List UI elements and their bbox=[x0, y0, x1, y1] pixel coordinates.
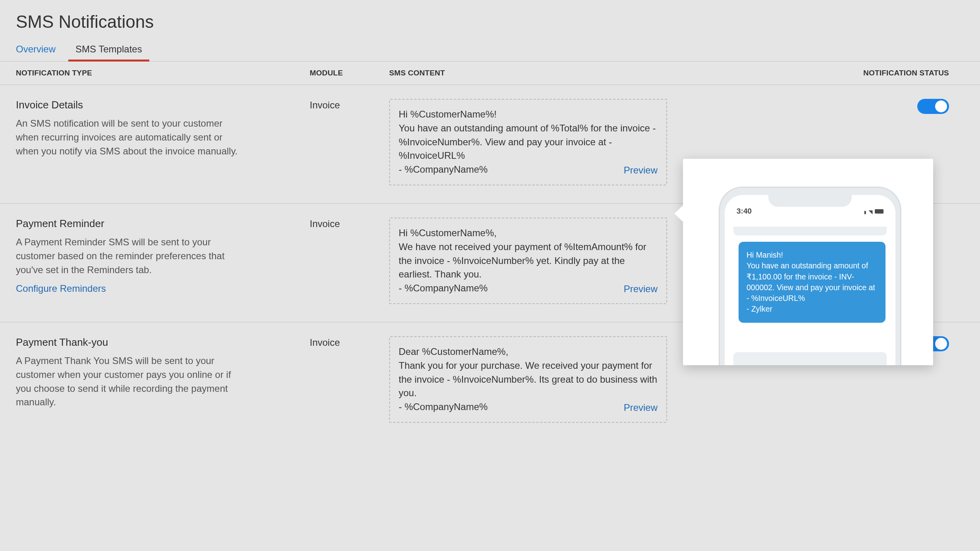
sms-greeting: Hi %CustomerName%, bbox=[399, 226, 658, 240]
row-description: A Payment Thank You SMS will be sent to … bbox=[16, 354, 246, 409]
notification-toggle[interactable] bbox=[917, 99, 949, 114]
sms-signature: - %CompanyName% bbox=[399, 281, 658, 295]
preview-link[interactable]: Preview bbox=[624, 164, 658, 177]
sms-greeting: Hi %CustomerName%! bbox=[399, 108, 658, 121]
template-row-invoice-details: Invoice Details An SMS notification will… bbox=[0, 85, 980, 204]
preview-link[interactable]: Preview bbox=[624, 401, 658, 415]
row-description: A Payment Reminder SMS will be sent to y… bbox=[16, 235, 246, 277]
sms-signature: - %CompanyName% bbox=[399, 163, 658, 177]
row-title: Invoice Details bbox=[16, 99, 310, 111]
sms-signature: - %CompanyName% bbox=[399, 400, 658, 414]
row-title: Payment Thank-you bbox=[16, 336, 310, 349]
notification-toggle[interactable] bbox=[917, 336, 949, 351]
sms-content-box[interactable]: Dear %CustomerName%, Thank you for your … bbox=[389, 336, 667, 423]
sms-body: We have not received your payment of %It… bbox=[399, 240, 658, 281]
row-module: Invoice bbox=[310, 336, 389, 423]
sms-body: You have an outstanding amount of %Total… bbox=[399, 121, 658, 163]
row-description: An SMS notification will be sent to your… bbox=[16, 117, 246, 158]
tab-sms-templates[interactable]: SMS Templates bbox=[75, 40, 142, 61]
template-row-payment-thank-you: Payment Thank-you A Payment Thank You SM… bbox=[0, 322, 980, 441]
col-header-content: SMS CONTENT bbox=[389, 69, 838, 77]
sms-content-box[interactable]: Hi %CustomerName%! You have an outstandi… bbox=[389, 99, 667, 185]
template-row-payment-reminder: Payment Reminder A Payment Reminder SMS … bbox=[0, 204, 980, 322]
row-module: Invoice bbox=[310, 218, 389, 304]
col-header-module: MODULE bbox=[310, 69, 389, 77]
row-module: Invoice bbox=[310, 99, 389, 185]
preview-link[interactable]: Preview bbox=[624, 282, 658, 296]
row-title: Payment Reminder bbox=[16, 218, 310, 230]
tab-overview[interactable]: Overview bbox=[16, 40, 56, 61]
col-header-status: NOTIFICATION STATUS bbox=[838, 69, 949, 77]
tab-bar: Overview SMS Templates bbox=[0, 40, 980, 62]
sms-body: Thank you for your purchase. We received… bbox=[399, 359, 658, 400]
table-header-row: NOTIFICATION TYPE MODULE SMS CONTENT NOT… bbox=[0, 62, 980, 85]
page-title: SMS Notifications bbox=[0, 0, 980, 40]
configure-reminders-link[interactable]: Configure Reminders bbox=[16, 283, 106, 294]
col-header-type: NOTIFICATION TYPE bbox=[16, 69, 310, 77]
sms-content-box[interactable]: Hi %CustomerName%, We have not received … bbox=[389, 218, 667, 304]
sms-greeting: Dear %CustomerName%, bbox=[399, 345, 658, 359]
